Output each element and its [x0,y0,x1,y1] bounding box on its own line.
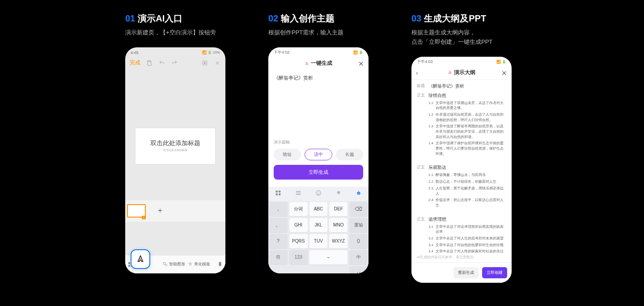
key-ghi[interactable]: GHI [289,218,308,232]
add-slide-button[interactable]: ＋ [150,204,170,218]
phone-3-header: ‹ 演示大纲 ✕ [411,66,512,80]
slide-title-placeholder: 双击此处添加标题 [150,139,200,147]
slide-thumbnail-1[interactable]: 1 [127,204,146,218]
svg-rect-15 [357,192,360,194]
list-item: 2.2豁达心态：不计较得失，积极面对人生 [428,179,506,184]
keyboard-toolbar [268,187,369,201]
outline-section-3: 正文 追求理想 3.1文章中表达了对追求理想和自我实现的执着追求 3.2文章中表… [417,217,506,253]
section-1-heading: 珍惜自然 [428,93,506,99]
generate-button[interactable]: 立即生成 [274,165,363,180]
key-backspace-icon[interactable]: ⌫ [349,202,368,216]
key-pqrs[interactable]: PQRS [289,234,308,248]
close-icon[interactable] [214,59,221,67]
close-icon[interactable]: ✕ [358,60,364,68]
robot-icon[interactable] [356,190,362,198]
svg-rect-5 [163,263,165,265]
key-def[interactable]: DEF [329,202,347,216]
list-item: 2.1醉翁情趣：寄情山水，与民同乐 [428,172,506,178]
more-icon[interactable] [217,261,223,268]
menu-icon[interactable] [295,190,301,198]
step-1-title: 01演示AI入口 [125,13,182,25]
svg-rect-11 [279,193,281,195]
voice-icon[interactable] [335,190,342,198]
title-value: 《醉翁亭记》赏析 [428,84,464,89]
outline-title-row: 标题 《醉翁亭记》赏析 [417,84,506,89]
phone-3-status-bar: 下午4:03 📶 🔋 [411,57,512,66]
list-item: 3.1文章中表达了对追求理想和自我实现的执着追求 [428,224,506,235]
step-2-subtitle: 根据创作PPT需求，输入主题 [268,28,343,38]
status-time: 4:45 [131,50,139,55]
create-button[interactable]: 立即创建 [482,267,507,278]
seg-short[interactable]: 简短 [274,149,301,160]
grid-icon[interactable] [275,190,281,198]
seg-medium[interactable]: 适中 [305,149,333,160]
slide-thumbnails-bar: 1 ＋ [125,200,225,222]
key-tuv[interactable]: TUV [309,234,328,248]
svg-rect-10 [276,193,278,195]
redo-icon[interactable] [171,59,178,67]
emoji-icon[interactable] [315,190,322,198]
key-enter-icon[interactable]: ↵ [349,266,368,273]
ai-entry-button[interactable] [131,249,150,269]
step-3-number: 03 [411,13,421,23]
topic-input-area[interactable]: 《醉翁亭记》赏析 [268,71,369,139]
body-label-3: 正文 [417,217,428,253]
step-2-number: 02 [268,13,278,23]
steps-container: 01演示AI入口 演示新建页，【+空白演示】按钮旁 4:45 📶 🔋 29% 完… [0,0,644,283]
key-symbol[interactable]: 符 [269,250,288,264]
body-label-2: 正文 [417,165,428,213]
key-abc[interactable]: ABC [309,202,328,216]
beautify-button[interactable]: 美化模板 [188,261,210,267]
phone-3: 下午4:03 📶 🔋 ‹ 演示大纲 ✕ 标题 《醉翁亭记》赏析 正文 珍惜自然 [411,57,512,283]
outline-body: 标题 《醉翁亭记》赏析 正文 珍惜自然 1.1文章中描述了琅琊山美景，表达了作者… [411,80,512,253]
header-title: 一键生成 [311,59,332,67]
list-item: 1.4文章中强调了保护自然环境和生态平衡的重要性，呼吁人们要珍惜自然资源，保护生… [428,141,506,156]
play-icon[interactable] [201,59,208,67]
svg-rect-1 [128,262,130,264]
beautify-label: 美化模板 [194,261,210,267]
key-mno[interactable]: MNO [329,218,347,232]
list-item: 1.1文章中描述了琅琊山美景，表达了作者对大自然的喜爱之情。 [428,101,506,111]
smart-shapes-button[interactable]: 智能图形 [163,261,185,267]
phone-1-toolbar-top: 完成 [125,56,225,70]
list-item: 3.2文章中表达了对人生的思考和对未来的展望 [428,236,506,241]
list-item: 2.3人生智慧：善于化解矛盾，用快乐感染身边人 [428,186,506,196]
save-icon[interactable] [146,59,153,67]
keyboard: ， 分词 ABC DEF ⌫ 。 GHI JKL MNO 重输 ？ PQRS T… [268,201,369,265]
length-label: 演示篇幅 [274,139,363,145]
key-123[interactable]: 123 [289,250,308,264]
svg-rect-3 [128,265,130,267]
key-jkl[interactable]: JKL [309,218,328,232]
step-2-title: 02输入创作主题 [268,13,335,25]
key-fenci[interactable]: 分词 [289,202,308,216]
regenerate-button[interactable]: 重新生成 [453,267,479,278]
slide-preview[interactable]: 双击此处添加标题 双击此处添加副标题 [135,128,216,164]
length-section: 演示篇幅 简短 适中 长篇 立即生成 [268,139,369,187]
undo-icon[interactable] [158,59,165,67]
key-comma[interactable]: ， [269,202,288,216]
back-icon[interactable]: ‹ [416,69,418,76]
key-space[interactable]: ⌣ [309,250,348,264]
list-item: 2.4价值追求：把心态放平，以豁达心态面对人生 [428,197,506,208]
status-right: 📶 🔋 29% [202,50,220,54]
key-zero[interactable]: 0 [349,234,368,248]
key-wxyz[interactable]: WXYZ [329,234,347,248]
svg-point-12 [316,191,321,196]
status-right: 📶 🔋 [353,50,363,54]
key-question[interactable]: ？ [269,234,288,248]
ai-logo-icon [305,61,309,66]
done-button[interactable]: 完成 [130,59,140,67]
seg-long[interactable]: 长篇 [336,149,363,160]
list-item: 3.4文章中表达了对人性的探索和对社会的关注 [428,249,506,253]
step-3-title-text: 生成大纲及PPT [424,13,486,23]
list-item: 1.3文章中描述了醉翁亭周围的自然景色，以及作者与朋友们的欢声笑语，表现了大自然… [428,124,506,139]
svg-point-13 [318,192,318,193]
slide-subtitle-placeholder: 双击此处添加副标题 [163,148,187,152]
status-time: 下午4:03 [417,59,433,65]
smart-shapes-label: 智能图形 [169,261,185,267]
close-icon[interactable]: ✕ [501,69,507,77]
key-redo[interactable]: 重输 [349,218,368,232]
key-period[interactable]: 。 [269,218,288,232]
key-lang[interactable]: 中 [349,250,368,264]
svg-point-16 [358,193,359,194]
